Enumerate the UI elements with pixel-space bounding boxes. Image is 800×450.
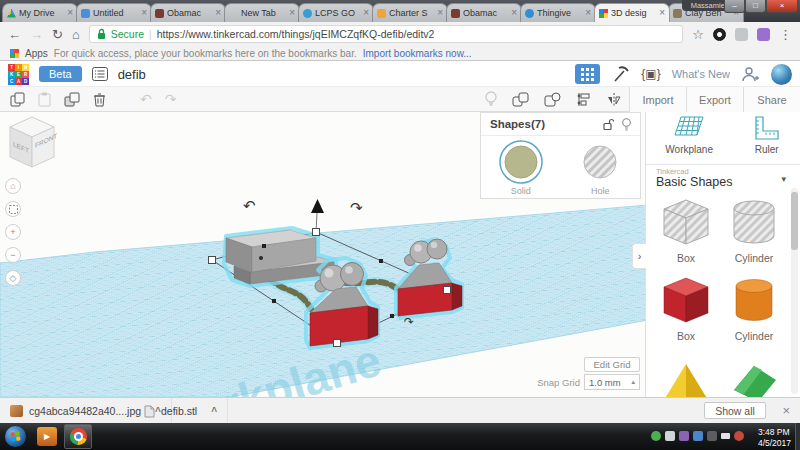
tab-close-icon[interactable]: × — [363, 8, 369, 18]
app-switcher-button[interactable] — [575, 64, 600, 84]
view-cube[interactable]: LEFT FRONT — [6, 114, 58, 176]
extension-icon[interactable] — [713, 28, 726, 41]
tray-network-icon[interactable] — [693, 431, 703, 441]
browser-tab-charter[interactable]: Charter S × — [372, 3, 448, 22]
workplane-grid[interactable]: Workplane — [0, 205, 645, 397]
browser-tab-lcps-go[interactable]: LCPS GO × — [298, 3, 374, 22]
browser-tab-3d-design-active[interactable]: 3D desig × — [594, 3, 670, 22]
codeblocks-icon[interactable]: {▣} — [641, 67, 660, 81]
category-select[interactable]: Basic Shapes — [656, 175, 732, 189]
rotate-handle-icon[interactable]: ↷ — [350, 199, 363, 216]
show-desktop-button[interactable] — [795, 423, 800, 450]
import-bookmarks-link[interactable]: Import bookmarks now... — [363, 48, 472, 59]
tab-close-icon[interactable]: × — [659, 8, 665, 18]
zoom-out-button[interactable]: − — [5, 247, 21, 263]
close-downloads-icon[interactable]: × — [782, 403, 790, 418]
tray-volume-icon[interactable] — [734, 431, 744, 441]
tab-close-icon[interactable]: × — [141, 8, 147, 18]
browser-tab-thingiverse[interactable]: Thingive × — [520, 3, 596, 22]
browser-tab-my-drive[interactable]: My Drive × — [2, 3, 78, 22]
media-player-taskbar-icon[interactable]: ▶ — [37, 427, 57, 446]
tray-security-icon[interactable] — [679, 431, 689, 441]
bookmark-star-icon[interactable]: ☆ — [692, 28, 704, 41]
shape-cylinder-solid[interactable]: Cylinder — [722, 276, 786, 342]
show-all-bulb-icon[interactable] — [485, 91, 497, 107]
browser-tab-new-tab[interactable]: New Tab × — [224, 3, 300, 22]
workplane-tool[interactable]: Workplane — [665, 115, 713, 155]
avatar[interactable] — [771, 64, 792, 85]
home-view-button[interactable]: ⌂ — [5, 178, 21, 194]
align-icon[interactable] — [576, 92, 591, 107]
back-icon[interactable]: ← — [8, 28, 21, 41]
home-icon[interactable]: ⌂ — [72, 28, 80, 41]
chrome-taskbar-button[interactable] — [64, 424, 92, 449]
defib-machine[interactable] — [224, 228, 336, 286]
sidebar-scrollbar[interactable] — [791, 188, 798, 394]
redo-icon[interactable]: ↷ — [165, 92, 177, 106]
unlock-icon[interactable] — [603, 118, 614, 130]
mirror-icon[interactable] — [606, 92, 622, 107]
window-minimize-button[interactable]: – — [724, 0, 745, 13]
tab-close-icon[interactable]: × — [67, 8, 73, 18]
tab-close-icon[interactable]: × — [215, 8, 221, 18]
snap-grid-select[interactable]: 1.0 mm ▴ — [584, 374, 640, 390]
pickaxe-icon[interactable] — [611, 65, 630, 83]
forward-icon[interactable]: → — [30, 28, 43, 41]
design-menu-icon[interactable] — [92, 67, 108, 81]
tab-close-icon[interactable]: × — [511, 8, 517, 18]
solid-option[interactable]: Solid — [498, 139, 544, 196]
ungroup-icon[interactable] — [544, 92, 561, 107]
invite-person-icon[interactable] — [741, 66, 760, 83]
caret-down-icon[interactable]: ▾ — [781, 174, 786, 184]
design-title[interactable]: defib — [118, 67, 146, 82]
download-menu-icon[interactable]: ^ — [211, 406, 217, 417]
browser-tab-untitled[interactable]: Untitled × — [76, 3, 152, 22]
apps-label[interactable]: Apps — [25, 48, 48, 59]
download-item-stl[interactable]: defib.stl ^ — [134, 398, 228, 424]
extension-icon[interactable] — [735, 28, 748, 41]
start-button[interactable] — [5, 426, 26, 447]
hide-bulb-icon[interactable] — [622, 118, 631, 131]
shape-box-solid[interactable]: Box — [654, 276, 718, 342]
edit-grid-button[interactable]: Edit Grid — [584, 357, 640, 372]
taskbar-clock[interactable]: 3:48 PM 4/5/2017 — [758, 427, 791, 448]
paste-icon[interactable] — [38, 92, 51, 107]
perspective-toggle-button[interactable]: ◇ — [5, 270, 21, 286]
tab-close-icon[interactable]: × — [289, 8, 295, 18]
import-button[interactable]: Import — [629, 87, 686, 112]
rotate-handle-icon[interactable]: ↷ — [404, 315, 414, 329]
tray-battery-icon[interactable] — [721, 433, 730, 439]
tab-close-icon[interactable]: × — [437, 8, 443, 18]
hole-option[interactable]: Hole — [577, 139, 623, 196]
rotate-handle-icon[interactable]: ↶ — [243, 197, 256, 214]
zoom-in-button[interactable]: + — [5, 224, 21, 240]
group-icon[interactable] — [512, 92, 529, 107]
whats-new-link[interactable]: What's New — [672, 68, 730, 80]
copy-icon[interactable] — [10, 92, 25, 107]
browser-tab-obamac-1[interactable]: Obamac × — [150, 3, 226, 22]
beta-button[interactable]: Beta — [39, 66, 82, 82]
fit-view-button[interactable] — [5, 201, 21, 217]
share-button[interactable]: Share — [743, 87, 800, 112]
delete-icon[interactable] — [93, 92, 106, 107]
apps-grid-icon[interactable] — [10, 49, 19, 58]
duplicate-icon[interactable] — [64, 92, 80, 107]
tray-icon[interactable] — [665, 431, 675, 441]
tray-display-icon[interactable] — [707, 431, 717, 441]
scrollbar-thumb[interactable] — [791, 192, 798, 250]
extension-icon[interactable] — [757, 28, 770, 41]
undo-icon[interactable]: ↶ — [140, 92, 152, 106]
ruler-tool[interactable]: Ruler — [752, 115, 782, 155]
shape-cylinder-hole[interactable]: Cylinder — [722, 198, 786, 264]
tinkercad-logo[interactable]: TINKERCAD — [8, 64, 29, 85]
address-bar[interactable]: Secure | https://www.tinkercad.com/thing… — [89, 25, 684, 43]
browser-menu-icon[interactable]: ⋮ — [779, 28, 792, 41]
show-all-downloads-button[interactable]: Show all — [704, 402, 766, 419]
browser-tab-obamac-2[interactable]: Obamac × — [446, 3, 522, 22]
window-close-button[interactable]: × — [766, 0, 798, 13]
reload-icon[interactable]: ↻ — [52, 28, 63, 41]
window-restore-button[interactable]: □ — [745, 0, 766, 13]
sidebar-collapse-button[interactable]: › — [632, 243, 646, 269]
tab-close-icon[interactable]: × — [585, 8, 591, 18]
export-button[interactable]: Export — [686, 87, 743, 112]
